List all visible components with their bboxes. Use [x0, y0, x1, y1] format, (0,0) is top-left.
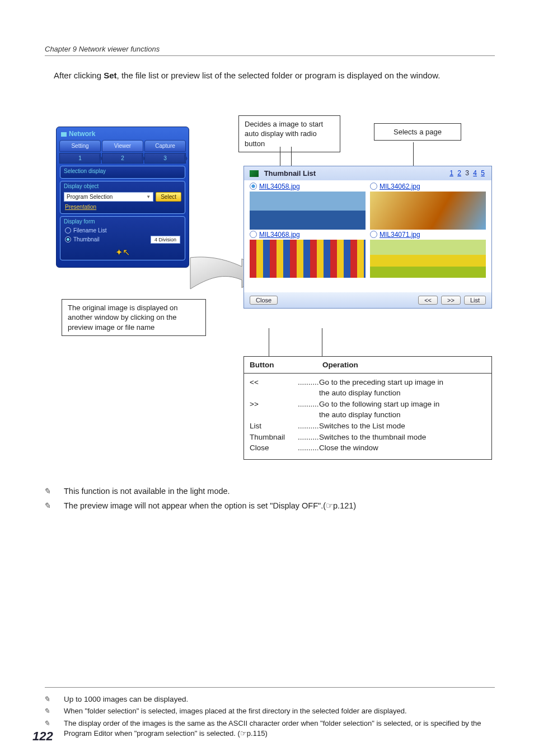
callout-original: The original image is displayed on anoth…: [62, 299, 206, 337]
thumbnail-image[interactable]: [250, 192, 366, 230]
section-selection-display: Selection display: [60, 166, 185, 176]
pencil-icon: ✎: [54, 500, 62, 512]
thumbnail-window: Thumbnail List 1 2 3 4 5 MIL34058.jpg: [243, 166, 492, 309]
intro-after: , the file list or preview list of the s…: [117, 71, 441, 80]
note-text: The preview image will not appear when t…: [64, 501, 356, 510]
cursor-icon: ✦↖: [115, 248, 130, 257]
section-display-object: Display object: [60, 181, 185, 191]
footer-notes: ✎Up to 1000 images can be displayed. ✎Wh…: [45, 687, 495, 740]
page-links: 1 2 3 4 5: [448, 169, 486, 177]
op-desc: Switches to the List mode: [319, 421, 486, 432]
subtab-2[interactable]: 2: [102, 153, 143, 164]
close-button[interactable]: Close: [250, 296, 278, 305]
page-link-5[interactable]: 5: [481, 169, 485, 177]
op-button: <<: [250, 377, 298, 388]
op-desc: Go to the following start up image in: [319, 399, 486, 410]
op-desc: Switches to the thumbnail mode: [319, 432, 486, 443]
callout-line: [322, 328, 322, 356]
next-button[interactable]: >>: [441, 296, 461, 305]
thumbnail-image[interactable]: [250, 240, 366, 278]
note-text: When "folder selection" is selected, ima…: [64, 707, 407, 715]
table-head-operation: Operation: [322, 361, 358, 369]
note-text: This function is not available in the li…: [64, 487, 230, 496]
tab-capture[interactable]: Capture: [144, 140, 186, 152]
thumbnail-filename-link[interactable]: MIL34062.jpg: [380, 183, 420, 190]
label-filename-list: Filename List: [73, 227, 106, 234]
pencil-icon: ✎: [54, 485, 62, 497]
thumbnail-title: Thumbnail List: [264, 169, 316, 178]
page-link-1[interactable]: 1: [449, 169, 453, 177]
intro-paragraph: After clicking Set, the file list or pre…: [54, 69, 495, 82]
program-selection-dropdown[interactable]: Program Selection ▼: [64, 192, 153, 202]
radio-start-image[interactable]: [250, 231, 257, 238]
op-button: Close: [250, 442, 298, 454]
note-text: Up to 1000 images can be displayed.: [64, 695, 188, 703]
thumbnail-image[interactable]: [370, 192, 486, 230]
dropdown-value: Program Selection: [67, 194, 113, 200]
op-button: List: [250, 421, 298, 432]
thumbnail-item: MIL34058.jpg: [250, 183, 366, 230]
network-title: Network: [57, 127, 189, 139]
pencil-icon: ✎: [54, 706, 62, 716]
page-link-3[interactable]: 3: [465, 169, 469, 177]
diagram-area: Decides a image to start auto display wi…: [45, 115, 495, 474]
list-button[interactable]: List: [464, 296, 486, 305]
page-link-4[interactable]: 4: [473, 169, 477, 177]
pencil-icon: ✎: [54, 718, 62, 729]
thumbnail-filename-link[interactable]: MIL34068.jpg: [259, 231, 300, 239]
button-operation-table: Button Operation <<.....................…: [243, 356, 492, 460]
radio-start-image[interactable]: [250, 183, 257, 190]
thumbnail-filename-link[interactable]: MIL34071.jpg: [380, 231, 420, 239]
op-desc-cont: the auto display function: [250, 409, 401, 421]
label-thumbnail: Thumbnail: [73, 236, 100, 242]
subtab-3[interactable]: 3: [144, 153, 186, 164]
select-button[interactable]: Select: [156, 192, 181, 202]
radio-thumbnail[interactable]: [65, 236, 71, 242]
tab-setting[interactable]: Setting: [59, 140, 101, 152]
thumbnail-filename-link[interactable]: MIL34058.jpg: [259, 183, 300, 190]
radio-start-image[interactable]: [370, 183, 377, 190]
chapter-header: Chapter 9 Network viewer functions: [45, 45, 495, 56]
table-head-button: Button: [250, 361, 322, 369]
section-display-form: Display form: [60, 217, 185, 226]
callout-line: [413, 142, 414, 167]
radio-start-image[interactable]: [370, 231, 377, 238]
callout-radio: Decides a image to start auto display wi…: [238, 115, 340, 153]
op-desc: Close the window: [319, 442, 486, 454]
note-text: The display order of the images is the s…: [64, 719, 481, 738]
page-link-2[interactable]: 2: [457, 169, 461, 177]
page-number: 122: [32, 729, 53, 744]
prev-button[interactable]: <<: [418, 296, 438, 305]
op-desc-cont: the auto display function: [250, 388, 401, 399]
radio-filename-list[interactable]: [65, 227, 71, 234]
chevron-down-icon: ▼: [146, 194, 151, 199]
subtab-1[interactable]: 1: [59, 153, 101, 164]
thumbnail-item: MIL34062.jpg: [370, 183, 486, 230]
division-select[interactable]: 4 Division: [151, 236, 180, 244]
thumbnail-item: MIL34071.jpg: [370, 231, 486, 278]
intro-bold: Set: [104, 71, 116, 80]
network-panel: Network Setting Viewer Capture 1 2 3 Sel…: [56, 127, 189, 268]
intro-before: After clicking: [54, 71, 104, 80]
op-button: >>: [250, 399, 298, 410]
thumbnail-image[interactable]: [370, 240, 486, 278]
op-desc: Go to the preceding start up image in: [319, 377, 486, 388]
callout-page-select: Selects a page: [374, 123, 461, 141]
body-notes: ✎This function is not available in the l…: [45, 485, 495, 512]
presentation-link[interactable]: Presentation: [60, 203, 185, 211]
pencil-icon: ✎: [54, 694, 62, 705]
op-button: Thumbnail: [250, 432, 298, 443]
tab-viewer[interactable]: Viewer: [102, 140, 143, 152]
callout-line: [269, 328, 269, 356]
thumbnail-item: MIL34068.jpg: [250, 231, 366, 278]
window-icon: [250, 170, 259, 177]
